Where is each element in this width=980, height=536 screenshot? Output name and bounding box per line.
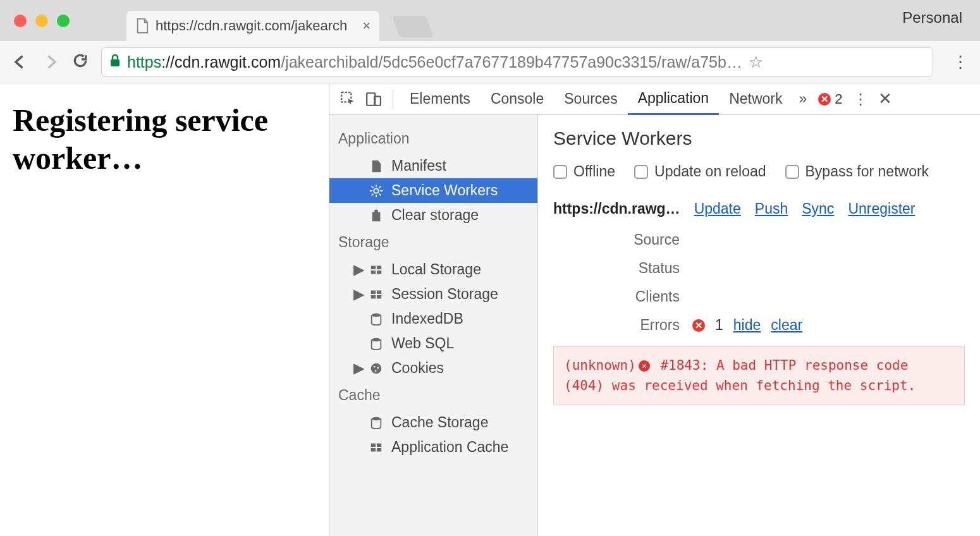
kv-value: ✕ 1 hide clear [692,317,802,334]
svg-point-8 [372,338,381,341]
kv-clients: Clients [553,288,965,305]
svg-point-4 [374,188,378,193]
sidebar-item-cookies[interactable]: ▶Cookies [329,356,537,381]
unregister-link[interactable]: Unregister [848,200,915,217]
grid-icon [369,440,384,455]
service-workers-panel: Service Workers Offline Update on reload… [538,115,980,536]
page-heading: Registering service worker… [13,101,316,177]
update-link[interactable]: Update [694,200,741,217]
window-titlebar: https://cdn.rawgit.com/jakearch × Person… [0,0,980,41]
bookmark-star-icon[interactable]: ☆ [749,52,763,72]
maximize-window-button[interactable] [57,15,70,27]
lock-icon [109,54,121,70]
sidebar-item-session-storage[interactable]: ▶Session Storage [329,282,537,307]
browser-tab[interactable]: https://cdn.rawgit.com/jakearch × [126,11,379,41]
tab-console[interactable]: Console [481,83,554,115]
sidebar-item-local-storage[interactable]: ▶Local Storage [329,257,537,282]
svg-point-11 [377,367,379,368]
hide-errors-link[interactable]: hide [733,317,761,334]
kv-errors: Errors ✕ 1 hide clear [553,317,965,334]
sidebar-section-application: Application [329,124,537,154]
page-content: Registering service worker… [0,83,329,536]
checkbox-label: Bypass for network [805,163,929,180]
tab-application[interactable]: Application [628,83,720,115]
database-icon [369,312,384,327]
sidebar-item-clear-storage[interactable]: ▶Clear storage [329,203,537,228]
browser-menu-button[interactable]: ⋮ [952,52,969,72]
svg-point-7 [372,313,381,317]
url-host: ://cdn.rawgit.com [161,53,281,71]
device-toggle-icon[interactable] [365,91,382,107]
error-source: (unknown) [564,358,636,373]
sidebar-item-service-workers[interactable]: ▶Service Workers [329,178,537,203]
sidebar-item-manifest[interactable]: ▶Manifest [329,154,537,178]
kv-label: Clients [553,288,692,305]
file-icon [369,159,384,174]
error-counter[interactable]: ✕ 2 [818,91,842,107]
url-path: /jakearchibald/5dc56e0cf7a7677189b47757a… [281,53,742,71]
clear-errors-link[interactable]: clear [771,317,802,334]
sw-error-count: 1 [715,317,723,334]
sidebar-item-indexeddb[interactable]: ▶IndexedDB [329,307,537,331]
sidebar-item-label: Cookies [391,360,444,377]
profile-label[interactable]: Personal [902,9,962,27]
error-message-box: (unknown)✕ #1843: A bad HTTP response co… [553,346,965,405]
minimize-window-button[interactable] [35,15,48,27]
devtools-body: Application ▶Manifest ▶Service Workers ▶… [329,115,980,536]
sidebar-item-cache-storage[interactable]: ▶Cache Storage [329,410,537,435]
error-icon: ✕ [639,360,650,372]
sidebar-item-label: Cache Storage [391,414,488,431]
checkbox-label: Update on reload [654,163,766,180]
svg-point-10 [374,365,376,367]
inspect-element-icon[interactable] [340,91,357,107]
main-area: Registering service worker… Elements Con… [0,83,980,536]
offline-checkbox[interactable]: Offline [553,163,615,180]
sync-link[interactable]: Sync [802,200,834,217]
sidebar-item-application-cache[interactable]: ▶Application Cache [329,435,537,460]
trash-icon [369,208,384,223]
error-icon: ✕ [692,319,705,332]
traffic-lights [14,15,70,27]
sidebar-item-label: Session Storage [391,286,498,303]
forward-button[interactable] [42,53,59,71]
back-button[interactable] [11,53,29,71]
divider [393,90,393,109]
page-icon [135,18,149,34]
bypass-for-network-checkbox[interactable]: Bypass for network [785,163,929,180]
sidebar-section-storage: Storage [329,228,537,257]
checkbox-label: Offline [573,163,615,180]
kv-label: Source [553,231,692,248]
sidebar-section-cache: Cache [329,381,537,410]
svg-point-12 [375,370,377,372]
tab-elements[interactable]: Elements [400,83,481,115]
sw-origin-row: https://cdn.rawg… Update Push Sync Unreg… [553,200,965,217]
panel-options: Offline Update on reload Bypass for netw… [553,163,965,180]
sidebar-item-label: Application Cache [391,439,508,456]
address-bar[interactable]: https://cdn.rawgit.com/jakearchibald/5dc… [101,47,933,76]
sidebar-item-label: Manifest [391,157,446,174]
panel-title: Service Workers [553,128,965,149]
close-window-button[interactable] [14,15,27,27]
devtools-menu-icon[interactable]: ⋮ [853,90,868,108]
devtools-close-icon[interactable]: ✕ [878,89,892,109]
sw-origin: https://cdn.rawg… [553,200,680,217]
update-on-reload-checkbox[interactable]: Update on reload [634,163,766,180]
sidebar-item-label: Local Storage [391,261,481,278]
new-tab-button[interactable] [392,16,434,37]
svg-point-13 [372,417,381,420]
tab-sources[interactable]: Sources [554,83,627,115]
kv-status: Status [553,260,965,277]
sidebar-item-label: IndexedDB [391,310,463,327]
devtools: Elements Console Sources Application Net… [329,83,980,536]
tab-network[interactable]: Network [719,83,792,115]
grid-icon [369,287,384,302]
close-tab-icon[interactable]: × [362,18,371,34]
kv-label: Errors [553,317,692,334]
push-link[interactable]: Push [755,200,788,217]
svg-point-9 [371,363,382,374]
sidebar-item-label: Web SQL [391,335,454,352]
reload-button[interactable] [72,52,89,71]
gear-icon [369,183,384,198]
sidebar-item-websql[interactable]: ▶Web SQL [329,331,537,356]
more-tabs-chevron-icon[interactable]: » [799,90,807,107]
